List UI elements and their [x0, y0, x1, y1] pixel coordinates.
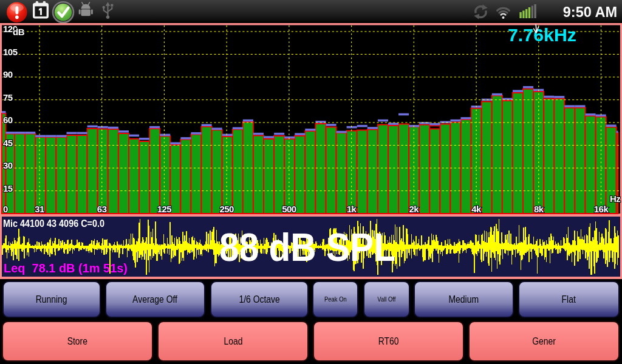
- svg-text:75: 75: [3, 92, 13, 103]
- svg-text:Mic 44100 43 4096 C=0.0: Mic 44100 43 4096 C=0.0: [3, 218, 104, 229]
- svg-text:45: 45: [3, 138, 13, 148]
- svg-text:9:50 AM: 9:50 AM: [563, 4, 617, 20]
- svg-text:125: 125: [157, 204, 172, 214]
- svg-text:88 dB SPL: 88 dB SPL: [219, 225, 395, 269]
- svg-text:31: 31: [35, 204, 44, 214]
- svg-text:7.76kHz: 7.76kHz: [508, 25, 576, 45]
- svg-text:16k: 16k: [594, 204, 609, 214]
- svg-text:Hz: Hz: [610, 194, 620, 204]
- svg-text:60: 60: [3, 115, 13, 125]
- svg-text:105: 105: [3, 47, 18, 57]
- svg-text:250: 250: [219, 204, 234, 214]
- svg-text:2k: 2k: [409, 204, 419, 214]
- svg-text:dB: dB: [13, 27, 25, 37]
- svg-text:30: 30: [3, 160, 13, 170]
- svg-text:0: 0: [3, 204, 8, 214]
- svg-text:4k: 4k: [471, 204, 482, 214]
- svg-text:500: 500: [282, 204, 296, 214]
- svg-text:1k: 1k: [347, 204, 357, 214]
- svg-text:90: 90: [3, 69, 13, 79]
- svg-text:63: 63: [97, 204, 107, 214]
- svg-text:Leq 78.1 dB (1m 51s): Leq 78.1 dB (1m 51s): [4, 261, 128, 275]
- svg-text:8k: 8k: [534, 204, 544, 214]
- svg-text:15: 15: [3, 183, 13, 194]
